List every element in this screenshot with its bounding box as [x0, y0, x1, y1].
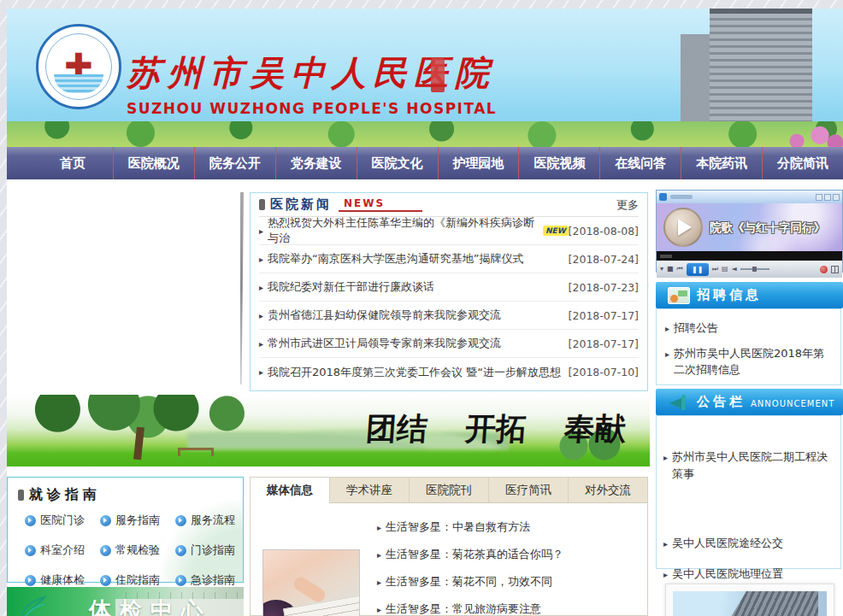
news-item[interactable]: ▸ 我院举办“南京医科大学医患沟通研究基地”揭牌仪式 [2018-07-24]	[259, 245, 639, 273]
main-nav: 首页 医院概况 院务公开 党务建设 医院文化 护理园地 医院视频 在线问答 本院…	[7, 147, 843, 179]
maximize-icon[interactable]	[824, 194, 831, 201]
tab-briefs[interactable]: 医疗简讯	[489, 478, 569, 502]
tree-crown	[7, 395, 289, 439]
recruit-title: 招聘信息	[697, 287, 762, 303]
media-item[interactable]: ▸生活智多星：中暑自救有方法	[377, 513, 647, 541]
nav-item-branch[interactable]: 分院简讯	[763, 147, 843, 179]
arrow-icon: ▸	[377, 523, 381, 532]
stop-icon[interactable]: ■	[667, 266, 674, 273]
news-item[interactable]: ▸ 常州市武进区卫计局领导专家前来我院参观交流 [2018-07-17]	[259, 330, 639, 358]
play-icon	[678, 219, 692, 236]
nav-item-party[interactable]: 党务建设	[276, 147, 357, 179]
dropdown-icon[interactable]: ▾	[660, 266, 663, 273]
tab-exchange[interactable]: 对外交流	[569, 478, 647, 502]
nav-item-culture[interactable]: 医院文化	[357, 147, 439, 179]
circle-arrow-icon	[100, 545, 111, 556]
guide-link-outpatient-guide[interactable]: 门诊指南	[175, 543, 251, 558]
playlist-icon[interactable]: ▤	[722, 266, 728, 273]
nav-item-video[interactable]: 医院视频	[519, 147, 600, 179]
next-icon[interactable]: ⏭	[712, 266, 718, 273]
guide-link-service-flow[interactable]: 服务流程	[175, 513, 251, 528]
news-item-date: [2018-07-10]	[569, 366, 639, 378]
video-caption: 院歌《与红十字同行》	[710, 220, 825, 236]
news-item[interactable]: ▸ 热烈祝贺大外科主任陈革华主编的《新编外科疾病诊断与治 NEW [2018-0…	[259, 217, 639, 245]
news-item-text: 我院举办“南京医科大学医患沟通研究基地”揭牌仪式	[268, 251, 523, 267]
leaf-swirl-icon	[19, 594, 48, 616]
announcement-item[interactable]: ▸ 苏州市吴中人民医院二期工程决策事	[663, 449, 834, 482]
announcement-header: 公告栏 ANNOUNCEMENT	[656, 389, 843, 415]
settings-grid-icon[interactable]	[831, 266, 839, 273]
news-item-date: [2018-07-17]	[569, 337, 639, 350]
site-header: ✚ 苏州市吴中人民医院 SUZHOU WUZHONG PEOPLE'S HOSP…	[7, 9, 843, 147]
hospital-intro-panel[interactable]: 医院简介	[665, 584, 834, 616]
guide-link-lab-tests[interactable]: 常规检验	[100, 543, 175, 558]
intro-building	[716, 591, 818, 616]
arrow-icon: ▸	[665, 322, 669, 337]
arrow-icon: ▸	[259, 226, 263, 236]
tab-lectures[interactable]: 学术讲座	[330, 478, 410, 502]
news-title-en: NEWS	[339, 197, 422, 212]
record-icon[interactable]	[820, 266, 828, 273]
media-item[interactable]: ▸生活智多星：常见旅游病要注意	[377, 595, 647, 616]
bullet-icon	[259, 199, 265, 210]
announcement-item-text: 苏州市吴中人民医院二期工程决策事	[672, 449, 834, 482]
checkup-center-banner[interactable]: 体检中心	[7, 587, 244, 616]
calligraphy-seal	[431, 58, 445, 92]
volume-icon[interactable]: ◄	[732, 266, 737, 273]
recruit-header: 招聘信息	[656, 282, 843, 308]
circle-arrow-icon	[100, 515, 111, 526]
news-item-date: [2018-07-23]	[569, 281, 639, 294]
media-tabs-panel: 媒体信息 学术讲座 医院院刊 医疗简讯 对外交流 ▸生活智多星：中暑自救有方法 …	[250, 477, 648, 616]
nav-item-overview[interactable]: 医院概况	[114, 147, 195, 179]
news-item-date: [2018-07-17]	[569, 309, 639, 322]
media-item[interactable]: ▸生活智多星：菊花茶真的适合你吗？	[377, 541, 647, 568]
tab-journal[interactable]: 医院院刊	[410, 478, 489, 502]
announcement-title-en: ANNOUNCEMENT	[751, 399, 834, 408]
arrow-icon: ▸	[259, 339, 263, 349]
circle-arrow-icon	[175, 575, 186, 586]
tab-media-info[interactable]: 媒体信息	[251, 478, 330, 503]
announcement-item[interactable]: ▸ 吴中人民医院地理位置	[663, 566, 834, 583]
guide-link-emergency[interactable]: 急诊指南	[175, 572, 251, 588]
minimize-icon[interactable]	[816, 194, 822, 201]
announcement-panel: ▸ 苏州市吴中人民医院二期工程决策事 ▸ 吴中人民医院途经公交 ▸ 吴中人民医院…	[656, 415, 841, 569]
play-button[interactable]	[663, 208, 703, 247]
recruit-item[interactable]: ▸ 招聘公告	[665, 320, 832, 337]
nav-item-nursing[interactable]: 护理园地	[439, 147, 520, 179]
news-item-date: [2018-08-08]	[569, 225, 639, 238]
news-item[interactable]: ▸ 我院召开2018年度第三次党委工作会议 暨“进一步解放思想 [2018-07…	[259, 358, 639, 386]
guide-link-inpatient[interactable]: 住院指南	[100, 572, 175, 588]
tab-bar: 媒体信息 学术讲座 医院院刊 医疗简讯 对外交流	[251, 478, 647, 503]
volume-slider[interactable]	[740, 268, 769, 270]
player-title-text	[670, 195, 693, 199]
player-logo-icon	[659, 193, 667, 201]
announcement-item[interactable]: ▸ 吴中人民医院途经公交	[663, 535, 834, 552]
guide-title: 就诊指南	[29, 486, 101, 504]
guide-link-outpatient[interactable]: 医院门诊	[25, 513, 100, 528]
circle-arrow-icon	[25, 545, 36, 556]
guide-grid: 医院门诊 服务指南 服务流程 科室介绍 常规检验 门诊指南 健康体检 住院指南 …	[25, 513, 243, 588]
guide-link-checkup[interactable]: 健康体检	[25, 572, 100, 588]
close-icon[interactable]	[833, 194, 840, 201]
news-item[interactable]: ▸ 我院纪委对新任干部进行廉政谈话 [2018-07-23]	[259, 273, 639, 302]
previous-icon[interactable]: ⏮	[677, 266, 683, 273]
news-item-date: [2018-07-24]	[569, 253, 639, 266]
nav-item-pharmacy[interactable]: 本院药讯	[681, 147, 763, 179]
arrow-icon: ▸	[377, 578, 381, 587]
recruit-item-text: 招聘公告	[674, 320, 718, 337]
slogan-word: 开拓	[463, 408, 528, 450]
news-item-text: 我院纪委对新任干部进行廉政谈话	[268, 279, 434, 295]
hospital-name-en: SUZHOU WUZHONG PEOPLE'S HOSPITAL	[127, 100, 497, 117]
nav-item-home[interactable]: 首页	[32, 147, 114, 179]
nav-item-affairs[interactable]: 院务公开	[195, 147, 276, 179]
media-item[interactable]: ▸生活智多星：菊花不同，功效不同	[377, 568, 647, 595]
guide-link-service-guide[interactable]: 服务指南	[100, 513, 175, 528]
recruit-item[interactable]: ▸ 苏州市吴中人民医院2018年第二次招聘信息	[665, 345, 832, 378]
news-more-link[interactable]: 更多	[616, 197, 639, 213]
news-item[interactable]: ▸ 贵州省德江县妇幼保健院领导前来我院参观交流 [2018-07-17]	[259, 302, 639, 330]
nav-item-qa[interactable]: 在线问答	[600, 147, 681, 179]
guide-link-departments[interactable]: 科室介绍	[25, 543, 100, 558]
pause-button[interactable]: ❚❚	[687, 263, 709, 276]
recruit-icon	[668, 287, 690, 304]
slogan-banner: 团结 开拓 奉献	[7, 395, 650, 466]
